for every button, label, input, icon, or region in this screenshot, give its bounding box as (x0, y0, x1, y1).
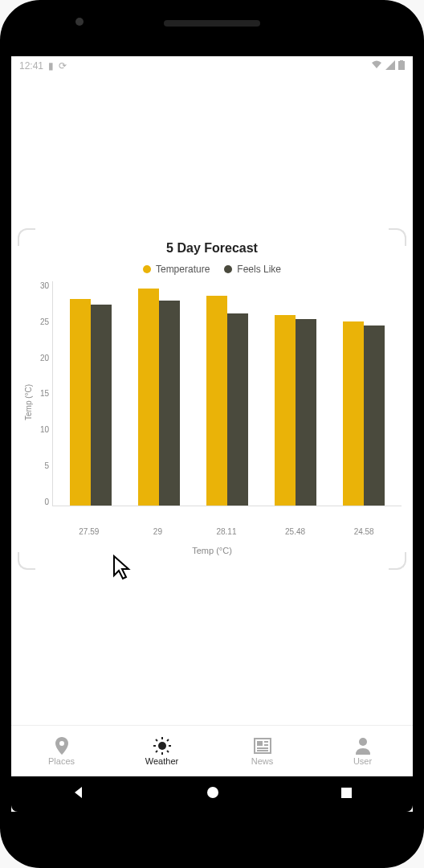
nav-label: Weather (145, 756, 178, 766)
weather-icon (153, 737, 172, 755)
x-axis-label: Temp (°C) (22, 546, 402, 555)
places-icon (54, 737, 70, 755)
system-nav-bar (11, 776, 413, 812)
chart-legend: Temperature Feels Like (22, 264, 402, 275)
battery-status-icon (398, 60, 405, 72)
card-corner (18, 552, 35, 570)
card-corner (389, 228, 406, 246)
user-icon (355, 737, 371, 755)
nav-label: News (251, 756, 274, 766)
bar-temperature (70, 299, 91, 506)
x-tick: 27.59 (55, 522, 124, 536)
y-tick: 25 (35, 317, 49, 326)
y-axis-ticks: 302520151050 (35, 281, 52, 506)
sync-icon: ⟳ (59, 60, 67, 72)
bar-temperature (138, 289, 159, 506)
bar-temperature (343, 321, 364, 506)
legend-label: Temperature (156, 264, 210, 275)
svg-point-18 (359, 738, 367, 746)
bottom-nav: PlacesWeatherNewsUser (11, 725, 413, 776)
svg-rect-1 (400, 60, 403, 62)
wifi-icon (371, 60, 382, 72)
screen: 12:41 ▮ ⟳ 5 Day Forecast (11, 56, 413, 812)
status-left: 12:41 ▮ ⟳ (19, 60, 67, 72)
svg-rect-13 (257, 741, 263, 746)
status-bar: 12:41 ▮ ⟳ (11, 56, 413, 76)
x-tick: 28.11 (192, 522, 261, 536)
svg-line-8 (156, 739, 157, 741)
chart-title: 5 Day Forecast (22, 241, 402, 256)
bar-group (262, 281, 330, 506)
system-home-button[interactable] (206, 786, 219, 803)
nav-label: User (353, 756, 372, 766)
nav-item-user[interactable]: User (312, 726, 413, 776)
nav-label: Places (48, 756, 75, 766)
bar-feels-like (91, 305, 112, 506)
card-corner (18, 228, 35, 246)
y-tick: 0 (35, 497, 49, 506)
chart-plot-area (52, 281, 402, 506)
nav-item-news[interactable]: News (212, 726, 312, 776)
y-tick: 10 (35, 425, 49, 434)
system-recents-button[interactable] (340, 786, 353, 803)
content: 5 Day Forecast Temperature Feels Like Te… (11, 76, 413, 725)
signal-icon (385, 60, 395, 72)
legend-swatch-icon (224, 265, 232, 273)
x-tick: 24.58 (329, 522, 398, 536)
svg-rect-20 (341, 788, 352, 798)
svg-line-9 (167, 751, 169, 752)
legend-swatch-icon (143, 265, 151, 273)
y-tick: 20 (35, 354, 49, 362)
bar-group (193, 281, 261, 506)
legend-label: Feels Like (237, 264, 281, 275)
status-time: 12:41 (19, 60, 43, 72)
bar-feels-like (159, 301, 180, 506)
svg-point-19 (207, 787, 218, 798)
bar-temperature (275, 315, 296, 506)
svg-line-10 (156, 751, 157, 752)
bar-feels-like (227, 313, 248, 506)
svg-point-2 (59, 741, 64, 746)
y-tick: 5 (35, 461, 49, 470)
svg-point-3 (158, 742, 166, 750)
x-axis-ticks: 27.592928.1125.4824.58 (51, 522, 402, 536)
x-tick: 25.48 (261, 522, 330, 536)
bar-temperature (206, 296, 227, 506)
svg-rect-0 (398, 61, 405, 70)
y-tick: 30 (35, 281, 49, 290)
news-icon (254, 737, 271, 755)
bar-group (124, 281, 193, 506)
bar-feels-like (296, 319, 316, 506)
y-axis-label: Temp (°C) (22, 281, 35, 522)
y-tick: 15 (35, 389, 49, 398)
nav-item-weather[interactable]: Weather (112, 726, 212, 776)
legend-item-feels-like: Feels Like (224, 264, 281, 275)
system-back-button[interactable] (71, 785, 86, 804)
battery-icon: ▮ (48, 60, 54, 72)
chart-body: Temp (°C) 302520151050 (22, 281, 402, 522)
nav-item-places[interactable]: Places (11, 726, 112, 776)
legend-item-temperature: Temperature (143, 264, 210, 275)
svg-line-11 (167, 739, 169, 741)
forecast-chart-card: 5 Day Forecast Temperature Feels Like Te… (18, 228, 406, 570)
x-tick: 29 (124, 522, 193, 536)
bar-group (330, 281, 398, 506)
bar-feels-like (364, 326, 385, 506)
bar-group (56, 281, 124, 506)
status-right (371, 60, 405, 72)
card-corner (389, 552, 406, 570)
